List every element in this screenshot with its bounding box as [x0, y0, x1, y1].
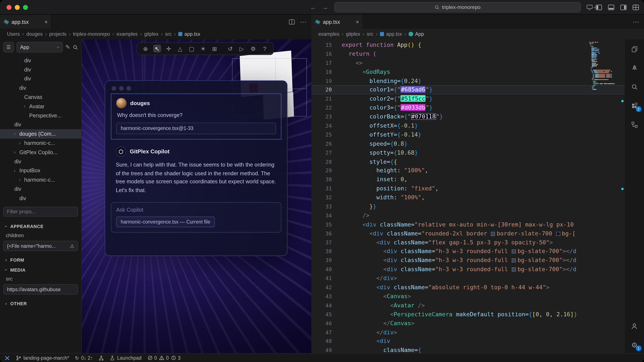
layers-icon[interactable]: ☰: [3, 42, 14, 52]
section-header-form[interactable]: ›FORM: [0, 255, 81, 265]
code-line[interactable]: 38 <div className="h-3 w-3 rounded-full …: [311, 247, 624, 256]
remote-indicator[interactable]: [4, 355, 10, 361]
code-line[interactable]: 18 <GodRays: [311, 68, 624, 77]
code-line[interactable]: 42 <div className="absolute right-0 top-…: [311, 283, 624, 292]
breadcrumb-item[interactable]: app.tsx: [178, 31, 200, 37]
attachment-chip[interactable]: harmonic-convergence.tsx — Current file: [116, 217, 215, 227]
tree-item-avatar[interactable]: ›Avatar: [0, 102, 81, 111]
close-tab-icon[interactable]: ×: [44, 19, 48, 25]
scale-icon[interactable]: △: [176, 45, 184, 52]
tree-item-div[interactable]: div: [0, 184, 81, 193]
tree-item-div[interactable]: div: [0, 120, 81, 129]
code-editor[interactable]: 15export function App() {16 return (17 <…: [311, 39, 624, 353]
code-line[interactable]: 24 offsetX={-0.1}: [311, 121, 624, 130]
code-line[interactable]: 28 style={{: [311, 157, 624, 166]
code-line[interactable]: 49 className={: [311, 346, 624, 353]
breadcrumb-item[interactable]: App: [408, 31, 424, 37]
more-actions-icon[interactable]: ⋯: [632, 18, 639, 26]
code-line[interactable]: 25 offsetY={-0.14}: [311, 130, 624, 139]
extensions-icon[interactable]: 2: [630, 102, 638, 110]
code-line[interactable]: 19 blending={0.24}: [311, 77, 624, 85]
section-header-appearance[interactable]: ›APPEARANCE: [0, 222, 81, 231]
code-line[interactable]: 23 colorBack={"#070118"}: [311, 113, 624, 121]
code-line[interactable]: 21 color2={"#51f5cc"}: [311, 94, 624, 103]
git-graph-button[interactable]: [98, 355, 104, 361]
code-line[interactable]: 34 />: [311, 211, 624, 220]
tab-app-tsx-left[interactable]: app.tsx ×: [0, 15, 52, 29]
customize-layout-icon[interactable]: [632, 4, 639, 10]
section-header-media[interactable]: ›MEDIA: [0, 265, 81, 275]
section-header-other[interactable]: ›OTHER: [0, 299, 81, 309]
chat-panel-3d[interactable]: douges Why doesn't this converge? harmon…: [105, 80, 288, 256]
code-line[interactable]: 36 <div className="rounded-2xl border bo…: [311, 229, 624, 238]
tree-item-harmonic-c[interactable]: ›harmonic-c...: [0, 139, 81, 148]
workflow-icon[interactable]: [630, 121, 638, 129]
breadcrumb-item[interactable]: projects: [49, 31, 66, 37]
minimize-window-button[interactable]: [15, 5, 20, 9]
code-line[interactable]: 46 </Canvas>: [311, 319, 624, 328]
code-line[interactable]: 35 <div className="relative mx-auto min-…: [311, 220, 624, 229]
code-line[interactable]: 48 <div: [311, 337, 624, 346]
breadcrumb-item[interactable]: triplex-monorepo: [73, 31, 110, 37]
launchpad-button[interactable]: Launchpad: [110, 355, 142, 361]
tree-item-perspective[interactable]: Perspective...: [0, 111, 81, 120]
tree-item-div[interactable]: div: [0, 74, 81, 83]
breadcrumb-item[interactable]: gitplex: [144, 31, 158, 37]
tree-item-div[interactable]: div: [0, 56, 81, 65]
tab-app-tsx-right[interactable]: app.tsx ×: [311, 15, 363, 29]
breadcrumb-item[interactable]: gitplex: [346, 31, 360, 37]
tree-item-div[interactable]: div: [0, 83, 81, 93]
light-icon[interactable]: ☀: [199, 45, 207, 52]
component-scope-select[interactable]: App ›: [16, 42, 63, 52]
minimap[interactable]: [589, 42, 620, 90]
search-icon[interactable]: [630, 83, 638, 91]
tree-item-div[interactable]: div: [0, 157, 81, 166]
undo-icon[interactable]: ↺: [226, 45, 234, 52]
scene-viewport[interactable]: douges Why doesn't this converge? harmon…: [82, 39, 311, 353]
breadcrumb-item[interactable]: examples: [318, 31, 340, 37]
close-window-button[interactable]: [6, 5, 12, 9]
property-input[interactable]: {<File name="harmo...⚠: [3, 241, 78, 251]
cursor-icon[interactable]: ↖: [153, 45, 161, 52]
settings-icon[interactable]: ⚙: [250, 45, 257, 52]
sync-status[interactable]: ↻ 0↓ 2↑: [75, 355, 93, 361]
tree-item-gitplex-copilo[interactable]: ›GitPlex Copilo...: [0, 148, 81, 157]
code-line[interactable]: 27 spotty={10.68}: [311, 149, 624, 157]
triplex-rocket-icon[interactable]: [630, 64, 638, 72]
code-line[interactable]: 16 return (: [311, 50, 624, 58]
settings-gear-icon[interactable]: ⚙ 1: [630, 341, 638, 349]
account-icon[interactable]: [630, 322, 638, 330]
command-center-search[interactable]: triplex-monorepo: [334, 2, 581, 12]
close-tab-icon[interactable]: ×: [356, 19, 359, 25]
maximize-window-button[interactable]: [23, 5, 28, 9]
filter-props-input[interactable]: [3, 207, 78, 216]
tree-item-canvas[interactable]: Canvas: [0, 93, 81, 102]
copy-files-icon[interactable]: [630, 45, 638, 53]
code-line[interactable]: 30 inset: 0,: [311, 175, 624, 184]
breadcrumb-item[interactable]: app.tsx: [380, 31, 402, 37]
code-line[interactable]: 41 </div>: [311, 274, 624, 283]
more-actions-icon[interactable]: ⋯: [300, 18, 306, 26]
split-editor-icon[interactable]: [289, 19, 295, 24]
code-line[interactable]: 47 </div>: [311, 328, 624, 337]
git-branch-status[interactable]: landing-page-march*: [16, 355, 69, 361]
toggle-panel-icon[interactable]: [608, 4, 614, 10]
tree-item-douges-com[interactable]: ›douges (Com...: [0, 129, 81, 139]
code-line[interactable]: 40 <div className="h-3 w-3 rounded-full …: [311, 265, 624, 274]
breadcrumb-item[interactable]: examples: [116, 31, 138, 37]
breadcrumb-item[interactable]: src: [165, 31, 172, 37]
breadcrumb-item[interactable]: src: [367, 31, 373, 37]
code-line[interactable]: 31 position: "fixed",: [311, 184, 624, 193]
tree-item-div[interactable]: div: [0, 193, 81, 203]
play-icon[interactable]: ▷: [238, 45, 246, 52]
property-input[interactable]: https://avatars.githubuse: [3, 284, 78, 295]
code-line[interactable]: 29 height: "100%",: [311, 166, 624, 175]
tree-item-inputbox[interactable]: ›InputBox: [0, 166, 81, 175]
code-line[interactable]: 45 <PerspectiveCamera makeDefault positi…: [311, 310, 624, 319]
problems-status[interactable]: 0 0 3: [147, 355, 180, 361]
search-icon[interactable]: [72, 44, 78, 50]
back-icon[interactable]: ←: [310, 3, 316, 11]
move-icon[interactable]: ✛: [164, 45, 172, 52]
breadcrumb-item[interactable]: Users: [7, 31, 20, 37]
code-line[interactable]: 33 }}: [311, 202, 624, 211]
